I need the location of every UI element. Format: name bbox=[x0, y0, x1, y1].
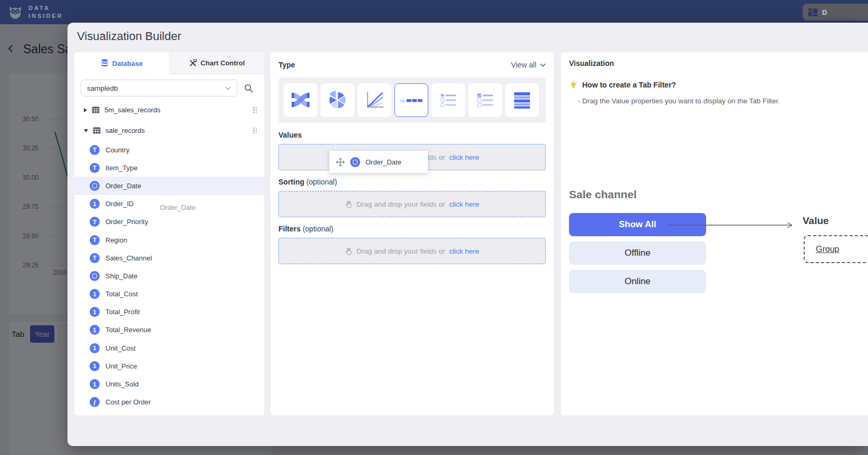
field-type-icon: 1 bbox=[90, 379, 100, 389]
tab-chart-control[interactable]: Chart Control bbox=[169, 52, 265, 74]
brand-name: DATA INSIDER bbox=[28, 4, 63, 20]
chart-type-radio-list[interactable] bbox=[431, 83, 465, 117]
hand-drag-icon bbox=[345, 247, 352, 255]
chart-type-pie[interactable] bbox=[321, 83, 354, 117]
field-type-icon: T bbox=[90, 145, 100, 155]
tools-icon bbox=[189, 59, 197, 67]
field-type-icon: 1 bbox=[90, 361, 100, 371]
field-row-total-cost[interactable]: 1 Total_Cost bbox=[74, 285, 264, 303]
database-search-row: sampledb bbox=[74, 74, 264, 99]
sorting-dropzone[interactable]: Drag and drop your fields or click here bbox=[278, 191, 546, 217]
dashboard-button-label: D bbox=[822, 8, 827, 16]
field-row-unit-price[interactable]: 1 Unit_Price bbox=[74, 357, 264, 375]
field-type-icon: 1 bbox=[90, 325, 100, 335]
dragging-field-chip[interactable]: Order_Date bbox=[329, 150, 428, 173]
field-row-sales-channel[interactable]: T Sales_Channel bbox=[74, 249, 264, 267]
chart-type-checkbox-list[interactable] bbox=[468, 83, 502, 117]
values-dropzone[interactable]: Drag and drop your fields or click here … bbox=[278, 144, 546, 170]
click-here-link[interactable]: click here bbox=[449, 200, 479, 208]
channel-option-online[interactable]: Online bbox=[569, 270, 706, 293]
annotation-group-box: Group bbox=[804, 235, 868, 263]
panel-tabs: Database Chart Control bbox=[74, 52, 264, 74]
field-type-icon: 1 bbox=[90, 307, 100, 317]
chart-type-strip: Tab bbox=[278, 78, 546, 123]
sorting-label: Sorting (optional) bbox=[278, 178, 546, 186]
annotation-value-label: Value bbox=[803, 215, 829, 227]
more-options-icon[interactable] bbox=[253, 107, 257, 113]
chart-type-line[interactable] bbox=[358, 83, 391, 117]
table-row-sale-records[interactable]: sale_records bbox=[74, 120, 264, 141]
lightbulb-icon bbox=[569, 80, 578, 89]
svg-text:Tab: Tab bbox=[400, 99, 406, 103]
field-row-total-revenue[interactable]: 1 Total_Revenue bbox=[74, 321, 264, 339]
field-row-unit-cost[interactable]: 1 Unit_Cost bbox=[74, 339, 264, 357]
dashboard-icon bbox=[808, 8, 817, 16]
brand-logo: DATA INSIDER bbox=[7, 4, 63, 20]
search-icon[interactable] bbox=[244, 83, 254, 93]
field-row-order-date[interactable]: Order_Date bbox=[74, 177, 264, 195]
field-row-region[interactable]: T Region bbox=[74, 231, 264, 249]
move-icon bbox=[336, 158, 345, 167]
field-type-icon: ƒ bbox=[90, 397, 100, 407]
field-type-icon: T bbox=[90, 163, 100, 173]
field-type-icon: T bbox=[90, 235, 100, 245]
visualization-panel: Visualization How to create a Tab Filter… bbox=[561, 52, 868, 415]
schema-tree: 5m_sales_records sale_records T Country bbox=[74, 99, 264, 411]
chevron-down-icon bbox=[540, 63, 546, 67]
field-type-icon bbox=[90, 181, 100, 191]
values-label: Values bbox=[278, 131, 546, 139]
visualization-heading: Visualization bbox=[569, 59, 614, 67]
drag-ghost-label: Order_Date bbox=[160, 204, 196, 211]
type-label: Type bbox=[278, 61, 295, 69]
filters-label: Filters (optional) bbox=[278, 225, 546, 233]
field-row-item-type[interactable]: T Item_Type bbox=[74, 159, 264, 177]
field-row-total-profit[interactable]: 1 Total_Profit bbox=[74, 303, 264, 321]
field-type-icon: 1 bbox=[90, 343, 100, 353]
field-type-icon: T bbox=[90, 217, 100, 227]
channel-option-offline[interactable]: Offline bbox=[569, 241, 706, 265]
database-select[interactable]: sampledb bbox=[81, 80, 237, 96]
tip-title: How to create a Tab Filter? bbox=[569, 80, 676, 89]
database-icon bbox=[101, 59, 109, 67]
field-row-order-priority[interactable]: T Order_Priority bbox=[74, 213, 264, 231]
tip-body: - Drag the Value properties you want to … bbox=[578, 97, 780, 105]
tab-database[interactable]: Database bbox=[74, 52, 169, 74]
view-all-button[interactable]: View all bbox=[511, 61, 546, 69]
field-type-icon: 1 bbox=[90, 199, 100, 209]
filters-dropzone[interactable]: Drag and drop your fields or click here bbox=[278, 238, 546, 264]
table-icon bbox=[93, 127, 101, 134]
table-row-5m-sales-records[interactable]: 5m_sales_records bbox=[74, 100, 264, 120]
chart-config-panel: Type View all Tab Values Drag and drop y… bbox=[271, 52, 554, 415]
caret-right-icon bbox=[84, 108, 87, 112]
caret-down-icon bbox=[84, 129, 88, 132]
field-row-country[interactable]: T Country bbox=[74, 141, 264, 159]
click-here-link[interactable]: click here bbox=[449, 247, 479, 255]
field-list: T Country T Item_Type Order_Date 1 bbox=[74, 141, 264, 411]
field-row-cost-per-order[interactable]: ƒ Cost per Order bbox=[74, 393, 264, 411]
more-options-icon[interactable] bbox=[253, 128, 257, 134]
hand-drag-icon bbox=[345, 200, 352, 208]
table-icon bbox=[92, 107, 100, 113]
chart-type-table[interactable] bbox=[505, 83, 539, 117]
chevron-down-icon bbox=[225, 86, 231, 90]
annotation-arrow bbox=[668, 219, 798, 231]
annotation-group-link[interactable]: Group bbox=[816, 245, 839, 254]
top-navbar: DATA INSIDER D bbox=[0, 0, 868, 24]
field-type-icon: T bbox=[90, 253, 100, 263]
dashboard-nav-button[interactable]: D bbox=[803, 4, 868, 21]
date-field-icon bbox=[350, 157, 360, 167]
chart-type-tab-filter[interactable]: Tab bbox=[394, 83, 428, 117]
chart-type-sankey[interactable] bbox=[284, 83, 317, 117]
click-here-link[interactable]: click here bbox=[449, 153, 479, 161]
database-panel: Database Chart Control sampledb 5m_sales… bbox=[74, 52, 264, 415]
field-row-ship-date[interactable]: Ship_Date bbox=[74, 267, 264, 285]
preview-widget-title: Sale channel bbox=[569, 188, 636, 201]
field-type-icon: 1 bbox=[90, 289, 100, 299]
modal-title: Visualization Builder bbox=[77, 30, 181, 43]
field-type-icon bbox=[90, 271, 100, 281]
field-row-units-sold[interactable]: 1 Units_Sold bbox=[74, 375, 264, 393]
owl-logo-icon bbox=[7, 4, 23, 20]
visualization-builder-modal: Visualization Builder Database Chart Con… bbox=[67, 23, 868, 446]
